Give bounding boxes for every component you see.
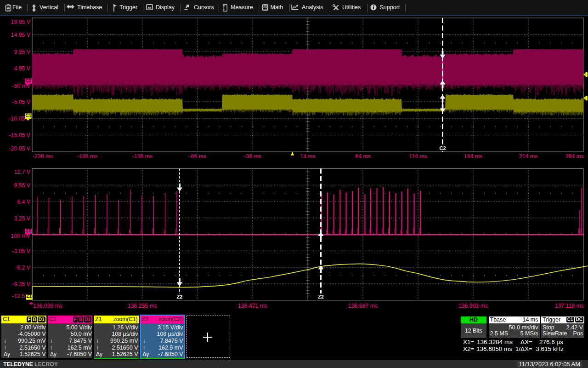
svg-text:6.4 V: 6.4 V <box>17 199 31 205</box>
svg-text:-186 ms: -186 ms <box>77 153 97 160</box>
svg-text:12.7 V: 12.7 V <box>14 169 30 175</box>
svg-text:14 ms: 14 ms <box>300 153 316 160</box>
svg-text:-15.05 V: -15.05 V <box>9 132 31 138</box>
svg-text:164 ms: 164 ms <box>464 153 482 160</box>
svg-text:4.95 V: 4.95 V <box>14 65 30 72</box>
svg-text:-9.35 V: -9.35 V <box>12 281 30 288</box>
svg-text:C2: C2 <box>439 145 446 151</box>
svg-text:-20.05 V: -20.05 V <box>9 145 31 152</box>
svg-text:136.471 ms: 136.471 ms <box>238 303 267 309</box>
svg-text:136.255 ms: 136.255 ms <box>128 303 157 309</box>
svg-text:-86 ms: -86 ms <box>189 153 206 160</box>
svg-text:Z1: Z1 <box>26 293 32 299</box>
svg-text:-5.05 V: -5.05 V <box>12 99 30 105</box>
svg-text:Z2: Z2 <box>26 228 31 233</box>
svg-text:64 ms: 64 ms <box>355 153 371 160</box>
svg-text:Z2: Z2 <box>177 294 183 299</box>
svg-text:19.95 V: 19.95 V <box>11 19 31 25</box>
svg-text:C2: C2 <box>25 78 31 83</box>
svg-text:9.95 V: 9.95 V <box>14 49 30 55</box>
svg-text:9.55 V: 9.55 V <box>14 182 30 189</box>
svg-text:3.25 V: 3.25 V <box>14 215 30 222</box>
svg-text:136.039 ms: 136.039 ms <box>33 303 62 309</box>
svg-text:137.119 ms: 137.119 ms <box>555 303 584 309</box>
svg-text:C1: C1 <box>25 113 31 118</box>
svg-text:-6.2 V: -6.2 V <box>15 264 31 271</box>
svg-text:136.903 ms: 136.903 ms <box>458 303 488 309</box>
svg-text:-3.05 V: -3.05 V <box>12 248 30 254</box>
svg-text:214 ms: 214 ms <box>519 153 537 160</box>
svg-text:264 ms: 264 ms <box>565 153 584 160</box>
svg-text:136.687 ms: 136.687 ms <box>348 303 378 309</box>
svg-text:-236 ms: -236 ms <box>33 153 53 160</box>
svg-text:114 ms: 114 ms <box>409 153 427 160</box>
svg-text:14.95 V: 14.95 V <box>11 32 31 38</box>
svg-text:-36 ms: -36 ms <box>244 153 261 160</box>
svg-text:Z2: Z2 <box>318 294 324 299</box>
svg-text:-136 ms: -136 ms <box>132 153 153 160</box>
